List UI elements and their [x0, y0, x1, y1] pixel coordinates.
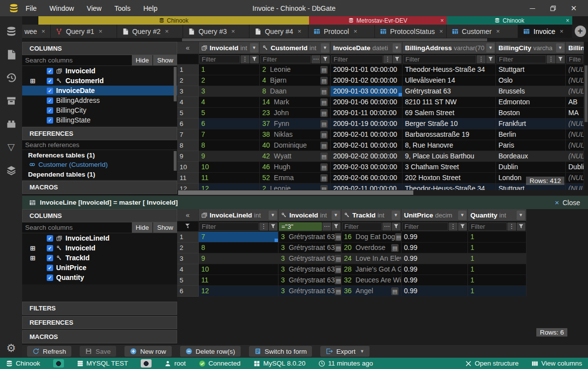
cell[interactable]: Edmonton: [496, 97, 566, 108]
filter-input-quantity[interactable]: [468, 222, 507, 231]
chevron-down-icon[interactable]: ▼: [332, 211, 340, 220]
tab-query-1[interactable]: Query #1×: [51, 25, 117, 38]
cell[interactable]: 46Hugh▤: [260, 162, 331, 173]
cell[interactable]: Theodor-Heuss-Straße 34: [402, 64, 496, 75]
cell[interactable]: 1: [468, 286, 526, 297]
columns-section-header[interactable]: COLUMNS: [22, 42, 177, 55]
column-item-unitprice[interactable]: ✓ UnitPrice: [22, 263, 177, 273]
tab-query-3[interactable]: Query #3×: [183, 25, 249, 38]
column-header-invoiceid[interactable]: InvoiceIdint▼: [279, 209, 341, 221]
row-number[interactable]: 4: [177, 264, 199, 275]
save-button[interactable]: Save: [80, 346, 116, 357]
column-header-invoicedate[interactable]: InvoiceDatedateti▼: [331, 42, 402, 54]
cell[interactable]: 1: [468, 232, 526, 243]
cell[interactable]: 38Niklas▤: [260, 129, 331, 140]
minimize-button[interactable]: ─: [524, 2, 541, 14]
cell[interactable]: Stuttgart: [496, 64, 566, 75]
maximize-button[interactable]: [545, 2, 561, 14]
cell[interactable]: 23John▤: [260, 108, 331, 119]
cell[interactable]: Barbarossastraße 19: [402, 129, 496, 140]
cell[interactable]: 2009-01-06 00:00:00: [331, 97, 402, 108]
document-icon[interactable]: ▤: [335, 255, 341, 263]
filter-input-invoiceid[interactable]: [279, 222, 322, 231]
close-tab-icon[interactable]: ×: [560, 28, 564, 35]
column-header-invoicelineid[interactable]: InvoiceLineIdint▼: [199, 209, 279, 221]
document-icon[interactable]: ▤: [335, 244, 341, 252]
selected-cell[interactable]: 2009-01-03 00:00:00: [331, 86, 402, 97]
cell[interactable]: (NULL): [566, 151, 584, 162]
filter-input-invoiceid[interactable]: [199, 55, 240, 63]
column-item-quantity[interactable]: ✓ Quantity: [22, 273, 177, 282]
row-number[interactable]: 2: [177, 243, 199, 253]
cell[interactable]: 14Mark▤: [260, 97, 331, 108]
new-tab-button[interactable]: +: [572, 25, 588, 38]
filter-funnel-icon[interactable]: [250, 55, 259, 63]
filter-funnel-icon[interactable]: [269, 222, 278, 231]
delete-rows-button[interactable]: Delete row(s): [180, 346, 241, 357]
cell[interactable]: 10: [199, 162, 260, 173]
cell[interactable]: Frankfurt: [496, 119, 566, 129]
layers-icon[interactable]: [6, 165, 17, 176]
cell[interactable]: 0.99: [402, 275, 468, 286]
new-row-button[interactable]: New row: [124, 346, 172, 357]
columns-section-header[interactable]: COLUMNS: [22, 209, 177, 222]
row-number[interactable]: 5: [177, 108, 199, 119]
cell[interactable]: 3Grétrystraat 63▤: [279, 253, 341, 264]
kebab-menu-icon[interactable]: ⋮: [259, 222, 268, 231]
plugins-icon[interactable]: [6, 119, 17, 129]
filter-funnel-icon[interactable]: [486, 55, 495, 63]
chevron-down-icon[interactable]: ▼: [517, 211, 525, 220]
chevron-down-icon[interactable]: ▼: [392, 211, 400, 220]
cell[interactable]: 28Janie's Got A Gun▤: [341, 264, 402, 275]
checkbox-checked[interactable]: ✓: [47, 88, 53, 94]
filter-input-invoicelineid[interactable]: [199, 222, 259, 231]
document-icon[interactable]: ▤: [320, 174, 328, 182]
close-window-button[interactable]: ✕: [565, 2, 582, 14]
cell[interactable]: 9: [199, 253, 279, 264]
cell[interactable]: 0.99: [402, 253, 468, 264]
document-icon[interactable]: ▤: [320, 142, 328, 150]
row-number[interactable]: 5: [177, 275, 199, 286]
cell[interactable]: 10: [199, 264, 279, 275]
column-item-billingcity[interactable]: ✓ BillingCity: [22, 105, 177, 115]
tab-invoice[interactable]: Invoice×: [518, 25, 572, 38]
switch-to-form-button[interactable]: Switch to form: [249, 346, 312, 357]
cell[interactable]: Berger Straße 10: [402, 119, 496, 129]
kebab-menu-icon[interactable]: ⋮: [547, 55, 556, 63]
ellipsis-menu-icon[interactable]: ⋯: [382, 222, 391, 231]
tab-query-2[interactable]: Query #2×: [117, 25, 184, 38]
view-columns-button[interactable]: View columns: [531, 360, 582, 367]
cell[interactable]: 2009-02-03 00:00:00: [331, 162, 402, 173]
column-header-billingstate[interactable]: BillingState: [566, 42, 584, 54]
kebab-menu-icon[interactable]: ⋮: [241, 55, 249, 63]
column-header-customerid[interactable]: CustomerIdint▼: [260, 42, 331, 54]
cell[interactable]: 1: [468, 275, 526, 286]
document-icon[interactable]: ▤: [320, 131, 328, 139]
cell[interactable]: 0.99: [402, 286, 468, 297]
filter-input-invoicedate[interactable]: [331, 55, 383, 63]
row-number[interactable]: 1: [177, 64, 199, 75]
close-tab-icon[interactable]: ×: [165, 28, 169, 35]
cell[interactable]: 3Grétrystraat 63▤: [279, 243, 341, 253]
document-icon[interactable]: ▤: [391, 287, 399, 295]
chevron-down-icon[interactable]: ▼: [321, 43, 329, 53]
row-number[interactable]: 3: [177, 253, 199, 264]
cell[interactable]: Boston: [496, 108, 566, 119]
row-number[interactable]: 3: [177, 86, 199, 97]
column-item-billingstate[interactable]: ✓ BillingState: [22, 115, 177, 125]
archive-icon[interactable]: [6, 95, 17, 106]
filter-funnel-icon[interactable]: [393, 55, 402, 63]
cell[interactable]: (NULL): [566, 64, 584, 75]
filter-funnel-icon[interactable]: [458, 222, 467, 231]
cell[interactable]: 52Emma▤: [260, 173, 331, 184]
column-item-billingaddress[interactable]: ✓ BillingAddress: [22, 95, 177, 105]
cell[interactable]: 2009-02-01 00:00:00: [331, 140, 402, 151]
cell[interactable]: 0.99: [402, 232, 468, 243]
expand-icon[interactable]: ⊞: [30, 245, 35, 252]
references-section-header[interactable]: REFERENCES: [22, 127, 177, 140]
cell[interactable]: 2009-01-11 00:00:00: [331, 108, 402, 119]
cell[interactable]: 4: [199, 97, 260, 108]
search-columns-input[interactable]: [22, 222, 131, 233]
column-item-invoiceid[interactable]: ✓ InvoiceId: [22, 66, 177, 76]
kebab-menu-icon[interactable]: ⋮: [449, 222, 458, 231]
